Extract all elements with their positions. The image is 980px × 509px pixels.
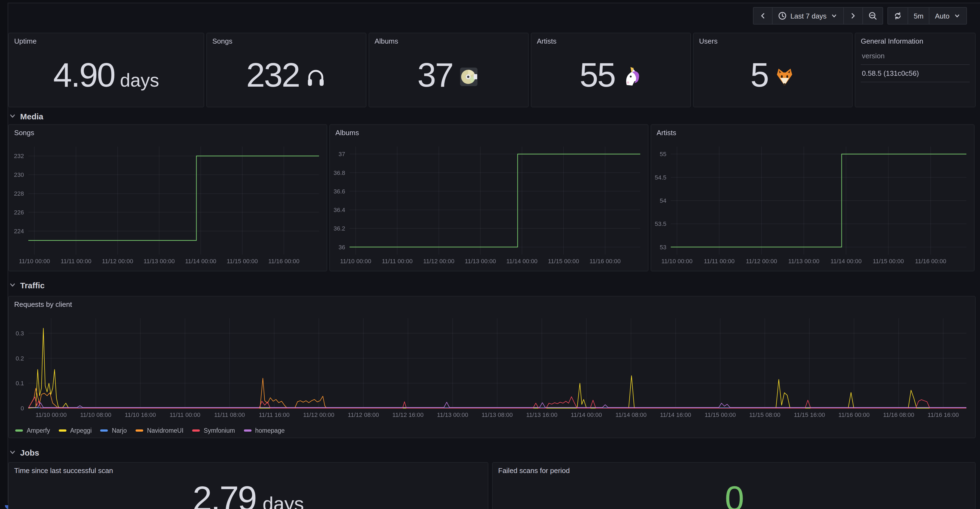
uptime-panel: Uptime 4.90days xyxy=(8,33,204,107)
legend-item[interactable]: NavidromeUI xyxy=(135,427,183,434)
svg-text:11/16 16:00: 11/16 16:00 xyxy=(928,412,959,418)
version-value: 0.58.5 (131c0c56) xyxy=(861,65,970,82)
legend-swatch xyxy=(59,429,67,432)
svg-text:11/16 00:00: 11/16 00:00 xyxy=(915,258,946,265)
legend-swatch xyxy=(135,429,143,432)
zoom-out-button[interactable] xyxy=(862,8,883,24)
albums-chart[interactable]: 3636.236.436.636.83711/10 00:0011/11 00:… xyxy=(330,125,648,271)
grafana-dashboard: Last 7 days 5m Auto Uptime xyxy=(0,0,980,509)
svg-text:0.2: 0.2 xyxy=(16,355,24,362)
svg-text:11/11 00:00: 11/11 00:00 xyxy=(61,258,91,265)
svg-text:11/13 16:00: 11/13 16:00 xyxy=(526,412,557,418)
artists-chart[interactable]: 5353.55454.55511/10 00:0011/11 00:0011/1… xyxy=(651,125,974,271)
svg-text:36.8: 36.8 xyxy=(334,169,345,176)
svg-text:11/13 00:00: 11/13 00:00 xyxy=(437,412,468,418)
panel-title[interactable]: Albums xyxy=(375,37,398,45)
chevron-down-icon xyxy=(9,448,16,457)
svg-text:11/14 16:00: 11/14 16:00 xyxy=(660,412,691,418)
legend-item[interactable]: Narjo xyxy=(100,427,127,434)
svg-text:11/15 00:00: 11/15 00:00 xyxy=(548,258,579,265)
traffic-legend: AmperfyArpeggiNarjoNavidromeUISymfoniumh… xyxy=(15,427,285,434)
svg-text:36: 36 xyxy=(339,244,345,251)
section-label: Traffic xyxy=(20,281,45,290)
svg-text:11/15 08:00: 11/15 08:00 xyxy=(749,412,780,418)
section-header-traffic[interactable]: Traffic xyxy=(9,281,45,290)
svg-text:11/12 00:00: 11/12 00:00 xyxy=(102,258,134,265)
svg-text:0.1: 0.1 xyxy=(16,380,24,387)
legend-swatch xyxy=(192,429,200,432)
svg-text:11/11 00:00: 11/11 00:00 xyxy=(704,258,735,265)
svg-text:11/13 00:00: 11/13 00:00 xyxy=(143,258,175,265)
uptime-value: 4.90days xyxy=(9,48,204,102)
table-divider xyxy=(861,82,970,82)
time-back-button[interactable] xyxy=(753,8,772,24)
requests-chart[interactable]: 00.10.20.311/10 00:0011/10 08:0011/10 16… xyxy=(9,297,975,437)
albums-stat-panel: Albums 37 xyxy=(369,33,529,107)
svg-text:11/12 08:00: 11/12 08:00 xyxy=(348,412,379,418)
panel-title[interactable]: Users xyxy=(699,37,718,45)
time-range-picker[interactable]: Last 7 days xyxy=(772,8,843,24)
users-stat-panel: Users 5 xyxy=(693,33,853,107)
albums-value: 37 xyxy=(369,48,528,102)
svg-text:53: 53 xyxy=(660,244,667,251)
refresh-icon xyxy=(893,11,902,20)
chevron-down-icon xyxy=(830,12,838,20)
section-label: Jobs xyxy=(20,448,39,457)
auto-label: Auto xyxy=(935,12,950,20)
version-column-header[interactable]: version xyxy=(861,49,970,64)
artists-chart-panel: Artists 5353.55454.55511/10 00:0011/11 0… xyxy=(651,124,975,271)
svg-text:11/16 00:00: 11/16 00:00 xyxy=(838,412,870,418)
svg-text:11/10 08:00: 11/10 08:00 xyxy=(80,412,111,418)
svg-text:11/14 08:00: 11/14 08:00 xyxy=(616,412,647,418)
svg-text:11/10 16:00: 11/10 16:00 xyxy=(125,412,156,418)
svg-text:11/10 00:00: 11/10 00:00 xyxy=(35,412,67,418)
svg-text:11/11 16:00: 11/11 16:00 xyxy=(259,412,290,418)
svg-text:11/13 00:00: 11/13 00:00 xyxy=(788,258,819,265)
svg-text:11/14 00:00: 11/14 00:00 xyxy=(571,412,602,418)
legend-label: Arpeggi xyxy=(70,427,92,434)
legend-item[interactable]: Symfonium xyxy=(192,427,235,434)
legend-item[interactable]: homepage xyxy=(243,427,285,434)
headphones-emoji xyxy=(305,65,326,89)
songs-chart[interactable]: 22422622823023211/10 00:0011/11 00:0011/… xyxy=(9,125,327,271)
time-forward-button[interactable] xyxy=(843,8,862,24)
svg-text:11/12 16:00: 11/12 16:00 xyxy=(392,412,423,418)
legend-item[interactable]: Arpeggi xyxy=(59,427,92,434)
panel-title[interactable]: Failed scans for period xyxy=(498,466,570,475)
failed-scans-panel: Failed scans for period 0 xyxy=(492,462,976,509)
legend-item[interactable]: Amperfy xyxy=(15,427,50,434)
panel-title[interactable]: Time since last successful scan xyxy=(14,466,113,475)
section-label: Media xyxy=(20,112,43,121)
legend-label: Symfonium xyxy=(204,427,235,434)
panel-title[interactable]: Uptime xyxy=(14,37,37,45)
section-header-jobs[interactable]: Jobs xyxy=(9,448,39,457)
panel-title[interactable]: Artists xyxy=(537,37,557,45)
last-scan-panel: Time since last successful scan 2.79 day… xyxy=(8,462,488,509)
svg-text:36.6: 36.6 xyxy=(334,188,345,195)
svg-text:11/10 00:00: 11/10 00:00 xyxy=(340,258,371,265)
legend-swatch xyxy=(15,429,23,432)
svg-text:11/10 00:00: 11/10 00:00 xyxy=(662,258,693,265)
clock-icon xyxy=(778,11,786,20)
artists-stat-panel: Artists 55 xyxy=(531,33,691,107)
svg-text:11/10 00:00: 11/10 00:00 xyxy=(19,258,50,265)
legend-swatch xyxy=(100,429,108,432)
refresh-button[interactable] xyxy=(888,8,908,24)
panel-title[interactable]: Songs xyxy=(212,37,232,45)
svg-text:232: 232 xyxy=(14,153,24,160)
refresh-interval-label[interactable]: 5m xyxy=(908,8,929,24)
songs-stat-panel: Songs 232 xyxy=(206,33,366,107)
panel-title[interactable]: General Information xyxy=(861,37,923,45)
svg-text:226: 226 xyxy=(14,209,24,216)
chevron-down-icon xyxy=(9,112,16,121)
svg-text:11/14 00:00: 11/14 00:00 xyxy=(506,258,538,265)
svg-text:0: 0 xyxy=(21,405,24,412)
songs-chart-panel: Songs 22422622823023211/10 00:0011/11 00… xyxy=(8,124,327,271)
section-header-media[interactable]: Media xyxy=(9,112,43,121)
requests-by-client-panel: Requests by client 00.10.20.311/10 00:00… xyxy=(8,296,976,438)
refresh-group: 5m Auto xyxy=(888,7,967,24)
svg-text:37: 37 xyxy=(339,151,345,158)
svg-text:11/13 08:00: 11/13 08:00 xyxy=(482,412,513,418)
svg-text:224: 224 xyxy=(14,228,24,235)
refresh-interval-picker[interactable]: Auto xyxy=(929,8,967,24)
